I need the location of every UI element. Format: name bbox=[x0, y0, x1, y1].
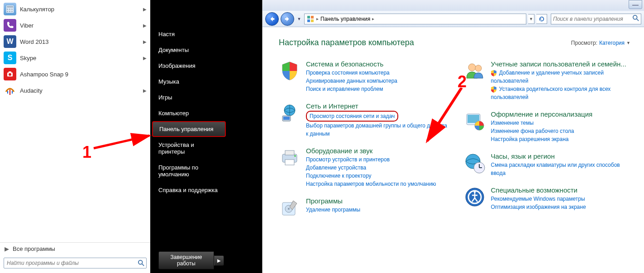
triangle-right-icon: ▶ bbox=[5, 245, 9, 252]
submenu-arrow-icon: ▶ bbox=[143, 7, 147, 12]
nav-history-dropdown[interactable]: ▼ bbox=[296, 14, 302, 24]
shutdown-group: Завершение работы ▶ bbox=[158, 251, 224, 269]
category-title-link[interactable]: Специальные возможности bbox=[491, 186, 635, 194]
right-item-help[interactable]: Справка и поддержка bbox=[150, 182, 228, 198]
category-sublink[interactable]: Настройка параметров мобильности по умол… bbox=[306, 180, 450, 188]
program-label: Word 2013 bbox=[20, 38, 143, 45]
right-item-computer[interactable]: Компьютер bbox=[150, 105, 228, 121]
control-panel-window: — ▼ ▸ Панель управления ▸ ▼ bbox=[262, 0, 644, 273]
svg-point-14 bbox=[138, 260, 143, 264]
category-sublink[interactable]: Рекомендуемые Windows параметры bbox=[491, 195, 635, 203]
category-sublink[interactable]: Выбор параметров домашней группы и общег… bbox=[306, 122, 450, 138]
category-sublink[interactable]: Подключение к проектору bbox=[306, 172, 450, 180]
category-system-security: Система и безопасность Проверка состояни… bbox=[279, 60, 450, 93]
svg-rect-3 bbox=[9, 9, 10, 10]
nav-forward-button[interactable] bbox=[281, 12, 294, 26]
right-item-default-programs[interactable]: Программы по умолчанию bbox=[150, 160, 228, 182]
program-label: Калькулятор bbox=[20, 6, 143, 13]
category-title-link[interactable]: Оформление и персонализация bbox=[491, 110, 635, 118]
uac-shield-icon bbox=[491, 70, 496, 76]
svg-point-29 bbox=[294, 155, 296, 157]
shutdown-options-button[interactable]: ▶ bbox=[214, 255, 224, 266]
control-panel-search[interactable] bbox=[551, 14, 641, 24]
submenu-arrow-icon: ▶ bbox=[143, 23, 147, 28]
minimize-button[interactable]: — bbox=[629, 0, 642, 9]
svg-rect-25 bbox=[283, 117, 290, 120]
search-input[interactable] bbox=[4, 260, 136, 266]
submenu-arrow-icon: ▶ bbox=[143, 39, 147, 44]
svg-rect-1 bbox=[7, 6, 13, 8]
search-icon bbox=[633, 15, 639, 23]
start-menu: Калькулятор ▶ Viber ▶ W Word 2013 ▶ S Sk… bbox=[0, 0, 228, 273]
view-label: Просмотр: bbox=[571, 40, 597, 46]
category-sublink[interactable]: Архивирование данных компьютера bbox=[306, 77, 450, 85]
category-title-link[interactable]: Сеть и Интернет bbox=[306, 102, 450, 110]
program-viber[interactable]: Viber ▶ bbox=[0, 17, 150, 33]
all-programs-link[interactable]: ▶ Все программы bbox=[0, 242, 150, 255]
category-accessibility: Специальные возможности Рекомендуемые Wi… bbox=[464, 186, 635, 211]
category-sublink[interactable]: Поиск и исправление проблем bbox=[306, 85, 450, 93]
program-audacity[interactable]: Audacity ▶ bbox=[0, 82, 150, 99]
accessibility-icon bbox=[464, 186, 486, 208]
category-sublink[interactable]: Добавление устройства bbox=[306, 164, 450, 172]
category-hardware: Оборудование и звук Просмотр устройств и… bbox=[279, 147, 450, 188]
chevron-right-icon: ▸ bbox=[372, 16, 374, 21]
program-word[interactable]: W Word 2013 ▶ bbox=[0, 33, 150, 50]
category-sublink[interactable]: Установка родительского контроля для все… bbox=[491, 85, 635, 101]
right-item-documents[interactable]: Документы bbox=[150, 42, 228, 58]
right-item-music[interactable]: Музыка bbox=[150, 74, 228, 89]
search-icon bbox=[136, 260, 146, 266]
right-item-user[interactable]: Настя bbox=[150, 26, 228, 42]
cp-search-input[interactable] bbox=[553, 16, 633, 22]
search-wrap bbox=[0, 255, 150, 273]
svg-rect-18 bbox=[311, 16, 314, 19]
category-sublink[interactable]: Смена раскладки клавиатуры или других сп… bbox=[491, 161, 635, 177]
category-sublink-highlighted[interactable]: Просмотр состояния сети и задач bbox=[306, 111, 398, 122]
all-programs-label: Все программы bbox=[13, 245, 55, 252]
nav-back-button[interactable] bbox=[265, 12, 279, 26]
category-sublink[interactable]: Удаление программы bbox=[306, 206, 450, 214]
shield-icon bbox=[279, 60, 301, 82]
category-title-link[interactable]: Система и безопасность bbox=[306, 60, 450, 68]
printer-icon bbox=[279, 147, 301, 169]
right-item-control-panel[interactable]: Панель управления bbox=[152, 121, 226, 137]
svg-point-32 bbox=[288, 208, 290, 210]
svg-rect-5 bbox=[7, 11, 8, 12]
submenu-arrow-icon: ▶ bbox=[143, 56, 147, 61]
category-sublink[interactable]: Просмотр устройств и принтеров bbox=[306, 155, 450, 164]
category-title-link[interactable]: Программы bbox=[306, 197, 450, 205]
category-sublink[interactable]: Добавление и удаление учетных записей по… bbox=[491, 69, 635, 85]
refresh-button[interactable] bbox=[536, 14, 547, 24]
svg-rect-6 bbox=[9, 11, 10, 12]
window-titlebar: — bbox=[262, 0, 644, 11]
category-sublink[interactable]: Оптимизация изображения на экране bbox=[491, 203, 635, 211]
start-menu-search[interactable] bbox=[4, 258, 147, 268]
category-column-left: Система и безопасность Проверка состояни… bbox=[279, 60, 450, 228]
annotation-number-1: 1 bbox=[82, 143, 91, 162]
appearance-icon bbox=[464, 110, 486, 132]
category-title-link[interactable]: Оборудование и звук bbox=[306, 147, 450, 155]
category-sublink[interactable]: Проверка состояния компьютера bbox=[306, 69, 450, 77]
category-sublink[interactable]: Изменение темы bbox=[491, 119, 635, 127]
shutdown-button[interactable]: Завершение работы bbox=[158, 251, 214, 269]
right-item-pictures[interactable]: Изображения bbox=[150, 58, 228, 74]
program-calculator[interactable]: Калькулятор ▶ bbox=[0, 1, 150, 17]
audacity-icon bbox=[4, 84, 16, 97]
category-title-link[interactable]: Учетные записи пользователей и семейн... bbox=[491, 60, 635, 68]
program-skype[interactable]: S Skype ▶ bbox=[0, 50, 150, 66]
breadcrumb-dropdown[interactable]: ▼ bbox=[528, 14, 534, 24]
page-title: Настройка параметров компьютера bbox=[279, 38, 414, 47]
breadcrumb-text: Панель управления bbox=[320, 16, 370, 22]
start-menu-right-pane: Настя Документы Изображения Музыка Игры … bbox=[150, 0, 228, 273]
category-sublink[interactable]: Изменение фона рабочего стола bbox=[491, 127, 635, 135]
category-title-link[interactable]: Часы, язык и регион bbox=[491, 152, 635, 160]
category-sublink[interactable]: Настройка разрешения экрана bbox=[491, 135, 635, 143]
breadcrumb-bar[interactable]: ▸ Панель управления ▸ bbox=[304, 14, 526, 24]
svg-rect-13 bbox=[12, 91, 13, 94]
right-item-games[interactable]: Игры bbox=[150, 89, 228, 105]
view-selector[interactable]: Просмотр: Категория ▼ bbox=[571, 40, 630, 46]
program-ashampoo[interactable]: Ashampoo Snap 9 bbox=[0, 66, 150, 82]
svg-rect-20 bbox=[311, 19, 314, 22]
right-item-devices[interactable]: Устройства и принтеры bbox=[150, 137, 228, 160]
program-label: Viber bbox=[20, 22, 143, 29]
